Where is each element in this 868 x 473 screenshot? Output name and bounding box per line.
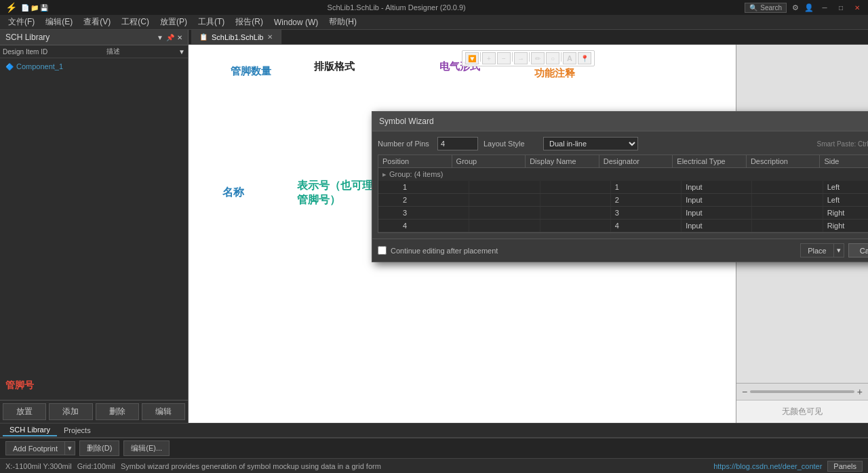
col-description[interactable]: Description	[747, 155, 821, 167]
menu-help[interactable]: 帮助(H)	[323, 15, 362, 29]
place-btn[interactable]: Place	[800, 243, 833, 258]
cell-eltype-2[interactable]: Input	[682, 194, 752, 206]
menu-report[interactable]: 报告(R)	[230, 15, 269, 29]
place-button[interactable]: 放置	[3, 403, 46, 420]
cell-name-1[interactable]	[540, 181, 611, 193]
edit-button[interactable]: 编辑	[142, 403, 185, 420]
title-bar-title: SchLib1.SchLib - Altium Designer (20.0.9…	[48, 3, 745, 12]
col-position[interactable]: Position	[378, 155, 452, 167]
cell-name-2[interactable]	[540, 194, 611, 206]
place-btn-group: Place ▾	[800, 243, 844, 258]
panel-title: SCH Library	[5, 33, 50, 42]
cell-desig-4[interactable]: 4	[611, 220, 682, 232]
title-bar-right: 🔍 Search ⚙ 👤 ─ □ ✕	[745, 2, 863, 13]
cell-desig-2[interactable]: 2	[611, 194, 682, 206]
menu-view[interactable]: 查看(V)	[78, 15, 116, 29]
close-btn[interactable]: ✕	[852, 2, 863, 13]
minimize-btn[interactable]: ─	[819, 2, 830, 13]
cell-desc-1[interactable]	[752, 181, 823, 193]
table-header: Position Group Display Name Designator E…	[378, 155, 868, 168]
menu-place[interactable]: 放置(P)	[155, 15, 193, 29]
cell-desig-3[interactable]: 3	[611, 207, 682, 219]
cancel-btn[interactable]: Cancel	[848, 243, 868, 258]
add-footprint-btn[interactable]: Add Footprint	[5, 441, 64, 455]
dialog-footer-buttons: Place ▾ Cancel	[800, 243, 868, 258]
csdn-link[interactable]: https://blog.csdn.net/deer_conter	[713, 462, 822, 470]
canvas-area: 📋 SchLib1.SchLib ✕ 🔽 + − → ✏ ○ A 📍 管脚数量 …	[189, 30, 868, 423]
continue-editing-label: Continue editing after placement	[391, 247, 498, 255]
col-electrical-type[interactable]: Electrical Type	[673, 155, 747, 167]
panel-col-headers: Design Item ID 描述 ▼	[0, 45, 188, 58]
continue-editing-checkbox[interactable]	[378, 246, 387, 255]
panel-menu-btn[interactable]: ▼	[157, 34, 163, 41]
coordinates-text: X:-1100mil Y:300mil	[5, 462, 72, 470]
panel-close-btn[interactable]: ✕	[177, 34, 182, 41]
cell-name-3[interactable]	[540, 207, 611, 219]
app-icon: ⚡	[5, 2, 17, 13]
cell-side-2[interactable]: Left	[823, 194, 868, 206]
panel-content: 🔷 Component_1	[0, 58, 188, 371]
add-footprint-btn-group: Add Footprint ▾	[5, 441, 75, 455]
status-right: https://blog.csdn.net/deer_conter Panels	[713, 461, 863, 472]
edit-btn[interactable]: 编辑(E)...	[123, 440, 170, 456]
delete-btn[interactable]: 删除(D)	[79, 440, 119, 456]
menu-file[interactable]: 文件(F)	[3, 15, 40, 29]
bottom-tab-sch-library[interactable]: SCH Library	[3, 424, 57, 436]
cell-name-4[interactable]	[540, 220, 611, 232]
title-bar-left: ⚡ 📄 📁 💾	[5, 2, 48, 13]
place-dropdown-btn[interactable]: ▾	[833, 243, 844, 258]
status-left: X:-1100mil Y:300mil Grid:100mil	[5, 462, 115, 470]
bottom-tab-projects[interactable]: Projects	[57, 425, 98, 436]
cell-side-1[interactable]: Left	[823, 181, 868, 193]
toolbar-icon-1[interactable]: 📄	[21, 4, 29, 12]
add-footprint-dropdown[interactable]: ▾	[64, 441, 75, 455]
table-row-4: 4 4 Input Right	[378, 220, 868, 232]
dialog-title-text: Symbol Wizard	[379, 117, 434, 126]
smart-paste-hint: Smart Paste: Ctrl+Shift+V	[817, 140, 869, 148]
col-designator[interactable]: Designator	[599, 155, 673, 167]
settings-icon[interactable]: ⚙	[792, 3, 799, 12]
menu-edit[interactable]: 编辑(E)	[40, 15, 78, 29]
panel-dropdown-btn[interactable]: ▼	[178, 48, 185, 56]
menu-project[interactable]: 工程(C)	[116, 15, 155, 29]
dialog-controls-row: Number of Pins Layout Style Dual in-line…	[378, 137, 868, 150]
cell-eltype-3[interactable]: Input	[682, 207, 752, 219]
layout-style-select[interactable]: Dual in-line	[543, 137, 638, 150]
table-row-3: 3 3 Input Right	[378, 207, 868, 220]
num-pins-input[interactable]	[437, 137, 478, 150]
dialog-body: Number of Pins Layout Style Dual in-line…	[372, 131, 868, 239]
toolbar-icon-3[interactable]: 💾	[40, 4, 48, 12]
component-icon: 🔷	[5, 63, 14, 70]
cell-group-1	[469, 181, 540, 193]
cell-desc-2[interactable]	[752, 194, 823, 206]
panel-header: SCH Library ▼ 📌 ✕	[0, 30, 188, 45]
search-box[interactable]: 🔍 Search	[745, 3, 787, 13]
col-group[interactable]: Group	[452, 155, 526, 167]
left-panel: SCH Library ▼ 📌 ✕ Design Item ID 描述 ▼ 🔷 …	[0, 30, 189, 423]
panel-footer-buttons: 放置 添加 删除 编辑	[0, 400, 188, 423]
col-side[interactable]: Side	[820, 155, 868, 167]
cell-desc-4[interactable]	[752, 220, 823, 232]
num-pins-label: Number of Pins	[378, 140, 432, 148]
cell-group-3	[469, 207, 540, 219]
remove-button[interactable]: 删除	[96, 403, 139, 420]
cell-position-1: 1	[389, 181, 469, 193]
panels-btn[interactable]: Panels	[827, 461, 863, 472]
dialog-footer: Continue editing after placement Place ▾…	[372, 239, 868, 262]
status-center: Symbol wizard provides generation of sym…	[115, 462, 713, 470]
cell-desig-1[interactable]: 1	[611, 181, 682, 193]
add-button[interactable]: 添加	[49, 403, 92, 420]
component-tree-item[interactable]: 🔷 Component_1	[3, 61, 185, 72]
panel-pin-btn[interactable]: 📌	[166, 34, 174, 41]
cell-desc-3[interactable]	[752, 207, 823, 219]
maximize-btn[interactable]: □	[835, 2, 846, 13]
cell-side-4[interactable]: Right	[823, 220, 868, 232]
cell-side-3[interactable]: Right	[823, 207, 868, 219]
col-display-name[interactable]: Display Name	[526, 155, 599, 167]
menu-tools[interactable]: 工具(T)	[193, 15, 230, 29]
cell-eltype-1[interactable]: Input	[682, 181, 752, 193]
user-icon[interactable]: 👤	[804, 3, 814, 12]
toolbar-icon-2[interactable]: 📁	[31, 4, 39, 12]
menu-window[interactable]: Window (W)	[269, 16, 323, 28]
cell-eltype-4[interactable]: Input	[682, 220, 752, 232]
